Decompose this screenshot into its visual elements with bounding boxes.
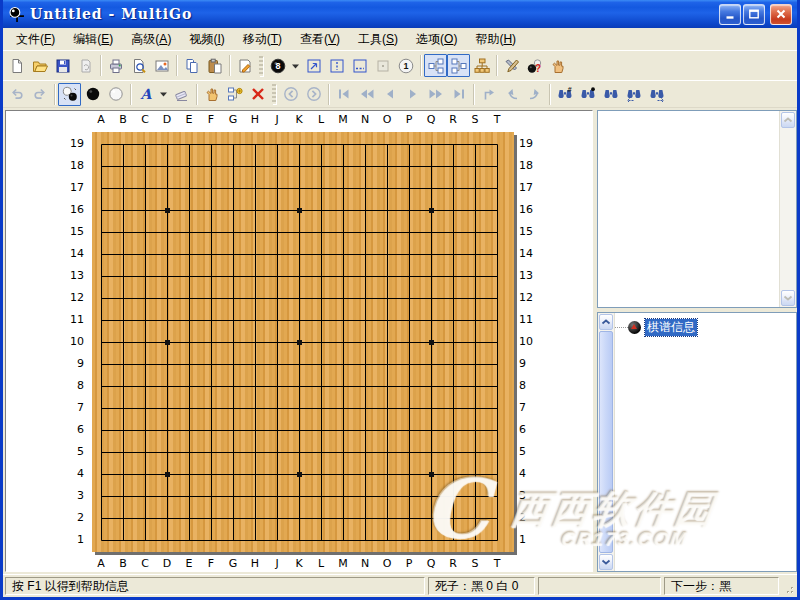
coord-row-left: 19 <box>62 137 88 151</box>
close-icon <box>775 8 787 20</box>
dropdown-icon[interactable] <box>289 54 302 77</box>
coord-row-right: 5 <box>519 445 545 459</box>
coord-col-top: L <box>318 113 324 127</box>
toolbar-separator <box>100 55 101 76</box>
delete-node-button[interactable] <box>246 83 269 106</box>
scroll-down-button[interactable] <box>781 290 795 306</box>
find-prev-button[interactable] <box>622 83 645 106</box>
menu-item-o[interactable]: 选项(O) <box>407 28 466 51</box>
tree-node-root[interactable]: 棋谱信息 <box>615 319 796 335</box>
show-next-move-button[interactable] <box>302 54 325 77</box>
export-image-button[interactable] <box>150 54 173 77</box>
status-captures: 死子：黑 0 白 0 <box>428 577 535 595</box>
comment-scrollbar[interactable] <box>779 111 796 307</box>
coord-row-left: 1 <box>62 533 88 547</box>
close-button[interactable] <box>770 4 792 25</box>
insert-node-button[interactable] <box>223 83 246 106</box>
chevron-up-icon <box>783 116 793 124</box>
white-stone-button[interactable] <box>104 83 127 106</box>
coord-row-right: 16 <box>519 203 545 217</box>
label-letter-button[interactable]: A <box>134 83 157 106</box>
coord-col-top: O <box>383 113 392 127</box>
status-help-text: 按 F1 以得到帮助信息 <box>5 577 425 595</box>
tree-layout-b-button[interactable] <box>447 54 470 77</box>
scrollbar-track[interactable] <box>780 129 796 289</box>
scroll-down-button[interactable] <box>599 554 613 570</box>
copy-button[interactable] <box>180 54 203 77</box>
branch-up-button <box>477 83 500 106</box>
menu-item-a[interactable]: 高级(A) <box>122 28 180 51</box>
game-tree[interactable]: 棋谱信息 <box>615 313 796 571</box>
tree-layout-a-button[interactable] <box>424 54 447 77</box>
dropdown-icon[interactable] <box>157 83 170 106</box>
comment-text[interactable] <box>598 111 779 307</box>
black-stone-button[interactable] <box>81 83 104 106</box>
menu-item-t[interactable]: 移动(T) <box>234 28 291 51</box>
find-next-button[interactable] <box>645 83 668 106</box>
nav-back-fast-button <box>355 83 378 106</box>
print-preview-button[interactable] <box>127 54 150 77</box>
eraser-button[interactable] <box>170 83 193 106</box>
toolbar-separator <box>473 84 474 105</box>
show-move-hline-button[interactable] <box>348 54 371 77</box>
coord-col-top: B <box>119 113 127 127</box>
coord-col-bottom: F <box>208 557 214 571</box>
go-board[interactable] <box>92 132 514 552</box>
menu-item-s[interactable]: 工具(S) <box>349 28 407 51</box>
scroll-up-button[interactable] <box>781 112 795 128</box>
comment-panel[interactable] <box>597 110 797 308</box>
coord-col-top: T <box>494 113 501 127</box>
toolbar-separator <box>130 84 131 105</box>
tools-button[interactable] <box>500 54 523 77</box>
nav-last-button <box>447 83 470 106</box>
toolbar-separator <box>196 84 197 105</box>
tree-orgchart-button[interactable] <box>470 54 493 77</box>
maximize-button[interactable] <box>743 4 765 25</box>
jump-next-button <box>302 83 325 106</box>
menu-item-i[interactable]: 视频(I) <box>180 28 233 51</box>
stone-number-one-button[interactable]: 1 <box>394 54 417 77</box>
find-comment-button[interactable] <box>599 83 622 106</box>
paste-button[interactable] <box>203 54 226 77</box>
branch-next-button <box>523 83 546 106</box>
open-folder-button[interactable] <box>28 54 51 77</box>
coord-row-left: 13 <box>62 269 88 283</box>
nav-first-button <box>332 83 355 106</box>
save-button[interactable] <box>51 54 74 77</box>
coord-row-left: 12 <box>62 291 88 305</box>
menu-item-f[interactable]: 文件(F) <box>7 28 64 51</box>
coord-row-left: 11 <box>62 313 88 327</box>
print-button[interactable] <box>104 54 127 77</box>
coord-row-left: 17 <box>62 181 88 195</box>
coord-col-top: J <box>275 113 278 127</box>
toolbar-navigation: A# <box>3 80 797 108</box>
coord-row-right: 13 <box>519 269 545 283</box>
show-square-button <box>371 54 394 77</box>
tree-connector <box>615 327 628 328</box>
new-doc-button[interactable] <box>5 54 28 77</box>
stone-number-black-button[interactable]: 8 <box>266 54 289 77</box>
scrollbar-thumb[interactable] <box>599 331 613 553</box>
pan-hand-button[interactable] <box>200 83 223 106</box>
menu-item-e[interactable]: 编辑(E) <box>64 28 122 51</box>
resize-grip[interactable] <box>782 577 795 595</box>
nav-back-button <box>378 83 401 106</box>
coord-row-left: 8 <box>62 379 88 393</box>
tree-node-label[interactable]: 棋谱信息 <box>645 319 697 336</box>
minimize-button[interactable] <box>719 4 741 25</box>
find-move-number-button[interactable]: # <box>553 83 576 106</box>
show-move-vline-button[interactable] <box>325 54 348 77</box>
coord-col-bottom: A <box>97 557 105 571</box>
coord-col-top: M <box>338 113 348 127</box>
scroll-up-button[interactable] <box>599 314 613 330</box>
hand-write-button[interactable] <box>546 54 569 77</box>
edit-info-button[interactable] <box>233 54 256 77</box>
toolbar-grip <box>259 56 263 76</box>
guess-help-button[interactable]: ? <box>523 54 546 77</box>
menu-item-h[interactable]: 帮助(H) <box>466 28 525 51</box>
find-point-button[interactable] <box>576 83 599 106</box>
menu-item-v[interactable]: 查看(V) <box>291 28 349 51</box>
tree-scrollbar[interactable] <box>598 313 615 571</box>
coord-col-bottom: D <box>163 557 171 571</box>
alternate-stones-button[interactable] <box>58 83 81 106</box>
